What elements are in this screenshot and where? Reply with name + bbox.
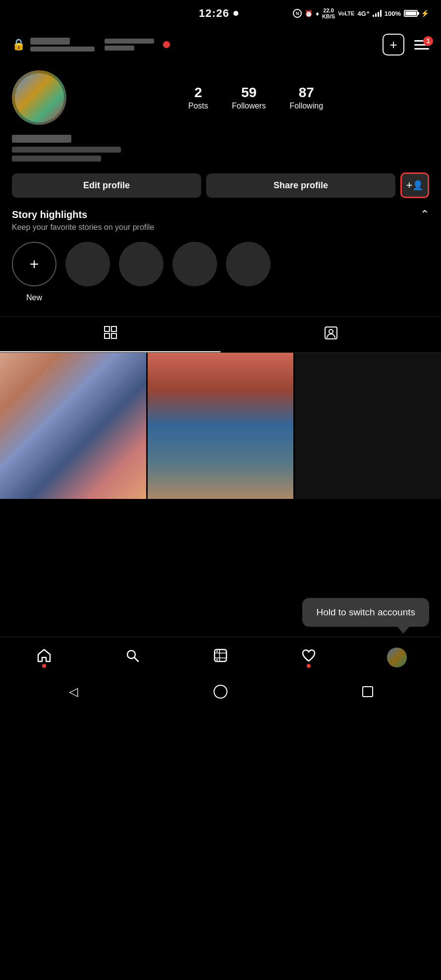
content-tabs — [0, 316, 441, 353]
new-highlight-label: New — [26, 293, 42, 302]
nav-reels[interactable] — [206, 645, 235, 670]
username-bar-4 — [105, 46, 134, 51]
followers-label: Followers — [232, 102, 266, 110]
grid-icon — [104, 326, 117, 342]
reels-icon — [213, 648, 228, 666]
grid-cell-1[interactable] — [0, 353, 146, 499]
battery-percent: 100% — [385, 10, 401, 17]
posts-label: Posts — [188, 102, 208, 110]
bio-line-2 — [12, 156, 101, 162]
grid-cell-3 — [295, 353, 441, 499]
nav-home[interactable] — [29, 645, 59, 670]
svg-rect-1 — [111, 327, 116, 331]
username-bar-3 — [105, 39, 154, 44]
charging-icon: ⚡ — [421, 9, 429, 17]
highlight-circle-3[interactable] — [172, 242, 217, 286]
person-icon: 👤 — [412, 180, 423, 191]
network-icon: 4G⁺ — [357, 10, 369, 17]
tagged-icon — [324, 326, 338, 343]
data-speed-icon: 22.0KB/S — [322, 7, 335, 19]
menu-badge: 1 — [423, 36, 433, 46]
bio-name — [12, 135, 71, 143]
followers-stat[interactable]: 59 Followers — [232, 85, 266, 110]
menu-line-3 — [414, 48, 429, 50]
followers-count: 59 — [241, 85, 257, 101]
username-block-2 — [105, 39, 154, 51]
posts-count: 2 — [194, 85, 202, 101]
profile-top: 2 Posts 59 Followers 87 Following — [12, 70, 429, 125]
empty-space — [0, 499, 441, 598]
battery-icon — [404, 10, 418, 17]
svg-rect-3 — [111, 333, 116, 338]
status-bar: 12:26 N ⏰ ♦ 22.0KB/S VoLTE 4G⁺ 100% ⚡ — [0, 0, 441, 27]
avatar-image — [12, 70, 66, 125]
svg-point-10 — [217, 659, 218, 660]
highlight-circle-2[interactable] — [119, 242, 164, 286]
posts-stat[interactable]: 2 Posts — [188, 85, 208, 110]
tooltip-container: Hold to switch accounts — [0, 598, 441, 627]
following-count: 87 — [299, 85, 314, 101]
recents-square-icon — [362, 686, 373, 697]
post-image-2 — [148, 353, 294, 499]
svg-rect-0 — [105, 327, 110, 331]
svg-rect-2 — [105, 333, 110, 338]
status-time: 12:26 — [199, 7, 229, 20]
new-highlight-circle[interactable]: + — [12, 242, 56, 286]
story-header: Story highlights ⌃ — [12, 208, 429, 221]
bluetooth-icon: ♦ — [316, 10, 319, 17]
plus-icon: + — [389, 37, 397, 53]
username-bar-2 — [30, 47, 95, 52]
stats-container: 2 Posts 59 Followers 87 Following — [82, 85, 429, 110]
back-button[interactable]: ◁ — [61, 683, 86, 701]
chevron-up-icon[interactable]: ⌃ — [420, 208, 429, 221]
profile-section: 2 Posts 59 Followers 87 Following — [0, 62, 441, 125]
switch-accounts-tooltip: Hold to switch accounts — [302, 598, 429, 627]
profile-thumbnail — [387, 648, 407, 667]
search-icon — [125, 648, 140, 666]
svg-point-9 — [217, 651, 218, 652]
highlight-circle-4[interactable] — [226, 242, 271, 286]
home-button[interactable] — [208, 683, 233, 701]
nav-activity[interactable] — [294, 645, 324, 670]
svg-line-7 — [134, 657, 138, 661]
story-title: Story highlights — [12, 209, 87, 220]
system-navigation: ◁ — [0, 675, 441, 710]
bio-line-1 — [12, 147, 121, 153]
new-post-button[interactable]: + — [383, 34, 404, 55]
tab-tagged[interactable] — [220, 317, 441, 352]
tooltip-text: Hold to switch accounts — [316, 607, 415, 617]
story-subtitle: Keep your favorite stories on your profi… — [12, 223, 429, 232]
status-dot — [233, 11, 238, 16]
battery-fill — [405, 11, 416, 15]
following-stat[interactable]: 87 Following — [289, 85, 323, 110]
bio-section — [0, 135, 441, 172]
recents-button[interactable] — [355, 683, 380, 701]
nav-search[interactable] — [117, 645, 147, 670]
share-profile-button[interactable]: Share profile — [206, 173, 395, 198]
home-circle-icon — [214, 685, 227, 699]
new-highlight-item[interactable]: + New — [12, 242, 56, 302]
lock-icon: 🔒 — [12, 38, 25, 51]
back-arrow-icon: ◁ — [69, 685, 78, 699]
nfc-icon: N — [293, 9, 302, 18]
avatar-inner — [15, 73, 64, 122]
story-highlights-section: Story highlights ⌃ Keep your favorite st… — [0, 208, 441, 302]
nav-profile[interactable] — [382, 645, 412, 670]
activity-active-dot — [307, 664, 311, 668]
tab-grid[interactable] — [0, 317, 220, 352]
svg-point-5 — [329, 329, 333, 333]
volte-icon: VoLTE — [338, 10, 354, 16]
bottom-navigation — [0, 637, 441, 675]
username-block — [30, 38, 95, 52]
nav-right: + 1 — [383, 34, 429, 55]
avatar[interactable] — [12, 70, 66, 125]
edit-profile-button[interactable]: Edit profile — [12, 173, 201, 198]
alarm-icon: ⏰ — [305, 10, 313, 17]
hamburger-menu[interactable]: 1 — [414, 40, 429, 50]
home-active-dot — [42, 664, 46, 668]
username-bar-1 — [30, 38, 70, 45]
grid-cell-2[interactable] — [148, 353, 294, 499]
add-person-button[interactable]: + 👤 — [400, 172, 429, 198]
highlight-circle-1[interactable] — [65, 242, 110, 286]
action-buttons: Edit profile Share profile + 👤 — [0, 172, 441, 208]
